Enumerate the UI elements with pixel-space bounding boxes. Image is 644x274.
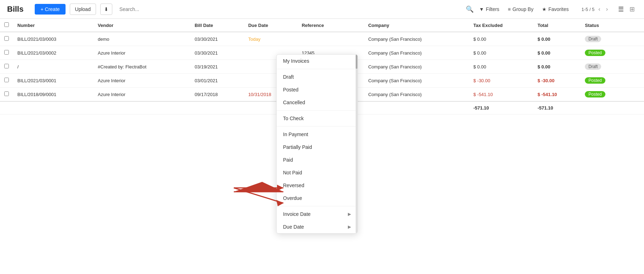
footer-total: -571.10	[533, 101, 581, 114]
status-badge: Draft	[585, 36, 601, 42]
dropdown-item-in-payment[interactable]: In Payment	[277, 128, 357, 141]
filters-label: Filters	[486, 6, 499, 12]
prev-page-button[interactable]: ‹	[597, 5, 602, 13]
row-checkbox[interactable]	[4, 91, 9, 96]
col-number: Number	[13, 19, 94, 32]
dropdown-item-to-check[interactable]: To Check	[277, 112, 357, 125]
col-tax-excluded: Tax Excluded	[469, 19, 533, 32]
cell-vendor: #Created by: FlectraBot	[94, 60, 191, 74]
cell-extra	[629, 46, 644, 60]
dropdown-item-my-invoices[interactable]: My Invoices	[277, 55, 357, 67]
download-button[interactable]: ⬇	[100, 4, 112, 15]
row-checkbox-cell	[0, 88, 13, 102]
star-icon: ★	[542, 6, 547, 12]
dropdown-item-label: Overdue	[283, 195, 302, 201]
col-reference: Reference	[298, 19, 364, 32]
dropdown-item-label: To Check	[283, 116, 304, 121]
dropdown-item-invoice-date[interactable]: Invoice Date▶	[277, 208, 357, 220]
cell-number: BILL/2021/03/0001	[13, 74, 94, 88]
cell-number: BILL/2021/03/0002	[13, 46, 94, 60]
status-badge: Posted	[585, 50, 605, 56]
scrollbar-thumb[interactable]	[356, 55, 357, 69]
cell-bill-date: 03/01/2021	[191, 74, 244, 88]
cell-extra	[629, 32, 644, 46]
dropdown-item-posted[interactable]: Posted	[277, 83, 357, 96]
row-checkbox-cell	[0, 32, 13, 46]
dropdown-item-cancelled[interactable]: Cancelled	[277, 96, 357, 109]
cell-bill-date: 03/30/2021	[191, 46, 244, 60]
groupby-button[interactable]: ≡ Group By	[505, 5, 536, 13]
cell-status: Posted	[581, 46, 629, 60]
scrollbar[interactable]	[356, 55, 357, 233]
dropdown-item-label: Not Paid	[283, 170, 302, 175]
dropdown-item-label: Draft	[283, 74, 294, 80]
dropdown-item-overdue[interactable]: Overdue	[277, 192, 357, 205]
footer-extra	[629, 101, 644, 114]
dropdown-divider	[277, 110, 357, 111]
cell-vendor: Azure Interior	[94, 88, 191, 102]
svg-marker-0	[234, 182, 283, 192]
dropdown-divider	[277, 69, 357, 69]
dropdown-item-partially-paid[interactable]: Partially Paid	[277, 141, 357, 153]
cell-company: Company (San Francisco)	[364, 60, 469, 74]
status-badge: Draft	[585, 63, 601, 70]
dropdown-item-label: Invoice Date	[283, 211, 311, 217]
col-vendor: Vendor	[94, 19, 191, 32]
search-icon[interactable]: 🔍	[466, 5, 474, 13]
dropdown-item-label: Cancelled	[283, 100, 305, 105]
dropdown-item-label: In Payment	[283, 132, 308, 137]
cell-company: Company (San Francisco)	[364, 88, 469, 102]
status-badge: Posted	[585, 91, 605, 97]
cell-bill-date: 03/30/2021	[191, 32, 244, 46]
filters-dropdown: My InvoicesDraftPostedCancelledTo CheckI…	[276, 54, 358, 234]
cell-total: $ 0.00	[533, 32, 581, 46]
dropdown-item-label: My Invoices	[283, 58, 309, 64]
cell-vendor: demo	[94, 32, 191, 46]
dropdown-item-paid[interactable]: Paid	[277, 153, 357, 166]
dropdown-item-draft[interactable]: Draft	[277, 71, 357, 83]
search-input[interactable]	[117, 5, 223, 13]
dropdown-divider	[277, 126, 357, 127]
table-row[interactable]: BILL/2021/03/0003 demo 03/30/2021 Today …	[0, 32, 644, 46]
cell-bill-date: 09/17/2018	[191, 88, 244, 102]
list-view-button[interactable]: ☰	[616, 4, 626, 14]
cell-extra	[629, 74, 644, 88]
cell-reference	[298, 32, 364, 46]
favorites-button[interactable]: ★ Favorites	[539, 5, 572, 13]
next-page-button[interactable]: ›	[604, 5, 610, 13]
dropdown-item-not-paid[interactable]: Not Paid	[277, 166, 357, 179]
create-button[interactable]: + Create	[35, 4, 65, 15]
cell-company: Company (San Francisco)	[364, 74, 469, 88]
status-badge: Posted	[585, 77, 605, 84]
cell-tax-excluded: $ -541.10	[469, 88, 533, 102]
row-checkbox[interactable]	[4, 36, 9, 41]
upload-button[interactable]: Upload	[70, 4, 96, 15]
cell-total: $ 0.00	[533, 46, 581, 60]
row-checkbox[interactable]	[4, 50, 9, 55]
filter-icon: ▼	[479, 6, 484, 12]
row-checkbox[interactable]	[4, 78, 9, 82]
cell-tax-excluded: $ -30.00	[469, 74, 533, 88]
cell-extra	[629, 88, 644, 102]
filters-button[interactable]: ▼ Filters	[476, 5, 502, 13]
cell-number: /	[13, 60, 94, 74]
pagination-info: 1-5 / 5 ‹ ›	[581, 5, 610, 13]
cell-number: BILL/2018/09/0001	[13, 88, 94, 102]
cell-status: Draft	[581, 32, 629, 46]
col-total: Total	[533, 19, 581, 32]
cell-vendor: Azure Interior	[94, 74, 191, 88]
submenu-arrow-icon: ▶	[348, 224, 351, 229]
footer-label	[0, 101, 469, 114]
cell-tax-excluded: $ 0.00	[469, 60, 533, 74]
cell-vendor: Azure Interior	[94, 46, 191, 60]
row-checkbox[interactable]	[4, 64, 9, 68]
cell-company: Company (San Francisco)	[364, 46, 469, 60]
grid-view-button[interactable]: ⊞	[627, 4, 637, 14]
dropdown-item-due-date[interactable]: Due Date▶	[277, 220, 357, 233]
dropdown-item-label: Partially Paid	[283, 144, 312, 150]
pagination-text: 1-5 / 5	[581, 7, 594, 12]
select-all-checkbox[interactable]	[4, 22, 9, 27]
dropdown-item-reversed[interactable]: Reversed	[277, 179, 357, 192]
footer-status	[581, 101, 629, 114]
col-bill-date: Bill Date	[191, 19, 244, 32]
